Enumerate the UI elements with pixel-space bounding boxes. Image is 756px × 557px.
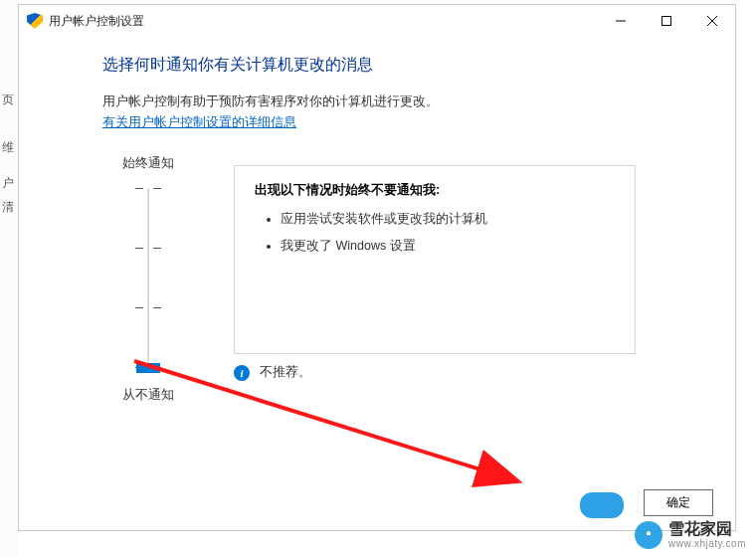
slider-top-label: 始终通知	[122, 155, 174, 172]
svg-rect-1	[662, 17, 671, 26]
info-panel: 出现以下情况时始终不要通知我: 应用尝试安装软件或更改我的计算机 我更改了 Wi…	[234, 165, 636, 354]
minimize-button[interactable]	[598, 5, 644, 37]
slider-bottom-label: 从不通知	[122, 387, 174, 404]
panel-item: 我更改了 Windows 设置	[281, 238, 615, 255]
watermark-icon	[635, 521, 662, 549]
close-button[interactable]	[689, 5, 735, 37]
background-strip: 页 维 户 清	[0, 0, 18, 557]
watermark: 雪花家园 www.xhjaty.com	[635, 520, 746, 549]
cursor-highlight	[580, 492, 624, 518]
watermark-text: 雪花家园	[668, 520, 746, 538]
recommendation-text: 不推荐。	[260, 364, 311, 381]
recommendation-row: 不推荐。	[234, 364, 636, 381]
ok-button[interactable]: 确定	[644, 489, 713, 516]
notification-slider[interactable]	[123, 182, 173, 377]
page-description: 用户帐户控制有助于预防有害程序对你的计算机进行更改。	[102, 93, 695, 110]
info-icon	[234, 365, 250, 381]
titlebar: 用户帐户控制设置	[19, 5, 735, 37]
maximize-button[interactable]	[644, 5, 689, 37]
panel-title: 出现以下情况时始终不要通知我:	[255, 182, 615, 199]
shield-icon	[27, 13, 43, 29]
page-heading: 选择何时通知你有关计算机更改的消息	[102, 55, 695, 76]
panel-item: 应用尝试安装软件或更改我的计算机	[281, 211, 615, 228]
uac-settings-window: 用户帐户控制设置 选择何时通知你有关计算机更改的消息 用户帐户控制有助于预防有害…	[18, 4, 736, 531]
learn-more-link[interactable]: 有关用户帐户控制设置的详细信息	[102, 115, 296, 129]
watermark-url: www.xhjaty.com	[668, 538, 746, 549]
window-title: 用户帐户控制设置	[49, 13, 144, 30]
slider-thumb[interactable]	[136, 363, 160, 373]
